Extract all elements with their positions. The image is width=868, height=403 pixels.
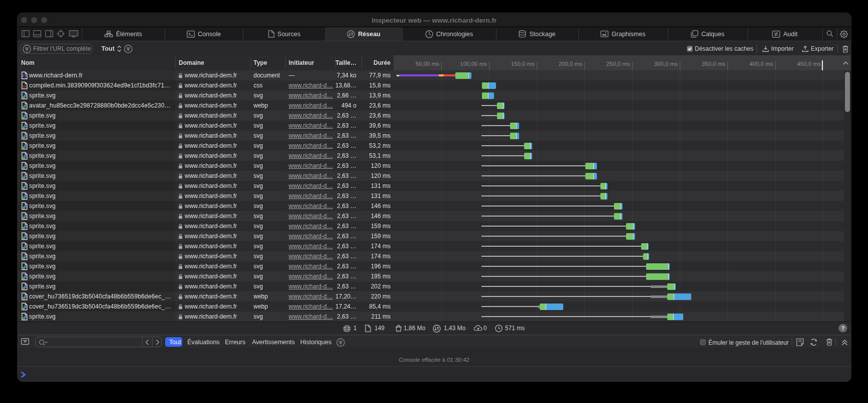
svg-text:?: ? [841,325,844,331]
svg-text:JS: JS [798,339,802,343]
svg-text:css: css [22,84,27,88]
